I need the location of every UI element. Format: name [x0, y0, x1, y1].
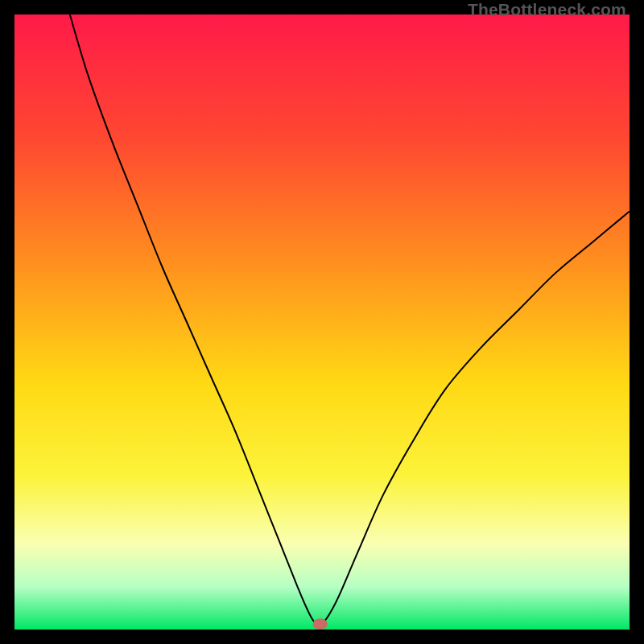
gradient-background — [14, 14, 630, 630]
plot-area — [14, 14, 630, 630]
optimal-point-marker — [313, 618, 328, 630]
chart-svg — [14, 14, 630, 630]
chart-frame: TheBottleneck.com — [0, 0, 644, 644]
watermark-text: TheBottleneck.com — [468, 0, 626, 19]
